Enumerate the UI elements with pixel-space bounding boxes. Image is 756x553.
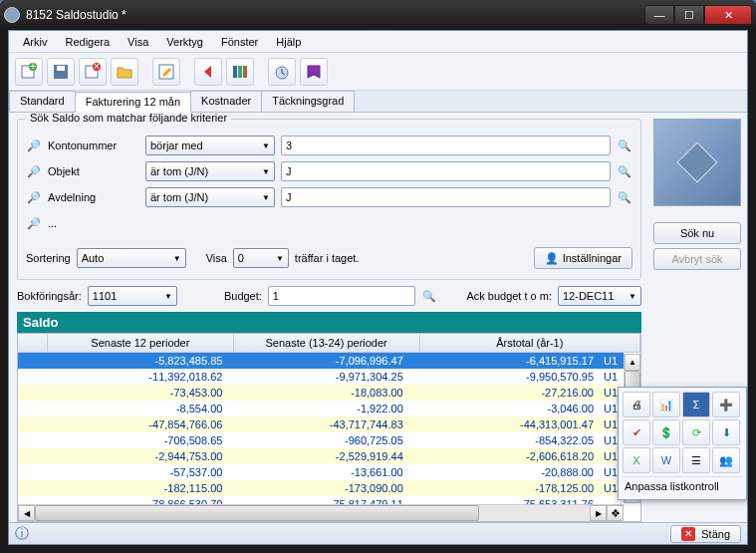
budget-input[interactable]	[268, 286, 415, 306]
tool-save-icon[interactable]	[47, 58, 75, 86]
popup-users-icon[interactable]: 👥	[712, 447, 740, 473]
table-row[interactable]: -182,115.00-173,090.00-178,125.00U1	[18, 480, 624, 496]
cell-recent1324: -13,661.00	[228, 466, 408, 478]
cell-recent12: -2,944,753.00	[48, 450, 228, 462]
table-row[interactable]: -47,854,766.06-43,717,744.83-44,313,001.…	[18, 416, 624, 432]
popup-chart-icon[interactable]: 📊	[652, 392, 680, 417]
tool-delete-icon[interactable]: ×	[79, 58, 107, 86]
svg-rect-11	[243, 66, 247, 78]
ack-combo[interactable]: 12-DEC11▼	[558, 286, 641, 306]
hscroll-thumb[interactable]	[35, 505, 479, 521]
menu-hjalp[interactable]: Hjälp	[268, 34, 309, 50]
cell-arstotal: -20,888.00U1	[409, 466, 624, 478]
popup-money-icon[interactable]: 💲	[652, 419, 680, 445]
svg-rect-10	[238, 66, 242, 78]
criteria-op-combo[interactable]: börjar med▼	[145, 136, 275, 155]
table-row[interactable]: -706,508.65-960,725.05-854,322.05U1	[18, 432, 624, 448]
popup-print-icon[interactable]: 🖨	[623, 392, 650, 417]
tab-kostnader[interactable]: Kostnader	[190, 91, 262, 112]
menu-fonster[interactable]: Fönster	[213, 34, 266, 50]
tab-fakturering[interactable]: Fakturering 12 mån	[75, 92, 191, 113]
cell-recent12: -11,392,018.62	[48, 371, 228, 383]
popup-word-icon[interactable]: W	[652, 447, 680, 473]
tool-books-icon[interactable]	[226, 58, 254, 86]
scroll-left-button[interactable]: ◀	[18, 505, 35, 521]
menu-visa[interactable]: Visa	[120, 34, 156, 50]
col-recent1324[interactable]: Senaste (13-24) perioder	[234, 334, 420, 352]
minimize-button[interactable]: —	[644, 5, 674, 25]
table-row[interactable]: -5,823,485.85-7,096,996.47-6,415,915.17U…	[18, 353, 624, 369]
criteria-icon[interactable]: 🔎	[26, 215, 42, 231]
criteria-icon[interactable]: 🔎	[26, 138, 42, 153]
cell-arstotal: -2,606,618.20U1	[409, 450, 624, 462]
grid-options-button[interactable]: ❖	[607, 505, 624, 521]
search-icon[interactable]: 🔍	[617, 163, 632, 179]
search-icon[interactable]: 🔍	[617, 138, 632, 153]
cell-recent12: -8,554.00	[48, 403, 228, 415]
table-row[interactable]: -57,537.00-13,661.00-20,888.00U1	[18, 464, 624, 480]
statusbar: ⓘ ✕ Stäng	[9, 522, 747, 544]
cell-recent12: -5,823,485.85	[48, 355, 228, 367]
popup-check-icon[interactable]: ✔	[623, 419, 650, 445]
criteria-value-input[interactable]	[281, 161, 611, 181]
sort-combo[interactable]: Auto▼	[77, 248, 186, 268]
data-grid[interactable]: Senaste 12 perioder Senaste (13-24) peri…	[17, 333, 641, 522]
search-icon[interactable]: 🔍	[617, 189, 632, 205]
menubar: Arkiv Redigera Visa Verktyg Fönster Hjäl…	[9, 31, 747, 53]
criteria-op-combo[interactable]: är tom (J/N)▼	[145, 161, 275, 181]
popup-add-icon[interactable]: ➕	[712, 392, 740, 417]
cell-recent12: -182,115.00	[48, 482, 228, 494]
popup-sum-icon[interactable]: Σ	[682, 392, 710, 417]
cell-arstotal: -27,216.00U1	[409, 387, 624, 399]
settings-button[interactable]: 👤 Inställningar	[534, 247, 632, 269]
menu-redigera[interactable]: Redigera	[57, 34, 118, 50]
close-x-icon: ✕	[681, 527, 695, 541]
tool-back-icon[interactable]	[194, 58, 222, 86]
criteria-icon[interactable]: 🔎	[26, 163, 42, 179]
popup-refresh-icon[interactable]: ⟳	[682, 419, 710, 445]
tool-new-icon[interactable]: +	[15, 58, 43, 86]
tool-folder-icon[interactable]	[111, 58, 138, 86]
popup-excel-icon[interactable]: X	[623, 447, 650, 473]
tabbar: Standard Fakturering 12 mån Kostnader Tä…	[9, 91, 747, 113]
cancel-search-button[interactable]: Avbryt sök	[653, 248, 741, 270]
main-panel: Sök Saldo som matchar följande kriterier…	[9, 113, 649, 522]
show-suffix: träffar i taget.	[295, 252, 360, 264]
popup-download-icon[interactable]: ⬇	[712, 419, 740, 445]
maximize-button[interactable]: ☐	[674, 5, 704, 25]
criteria-icon[interactable]: 🔎	[26, 189, 42, 205]
table-row[interactable]: -2,944,753.00-2,529,919.44-2,606,618.20U…	[18, 448, 624, 464]
criteria-value-input[interactable]	[281, 187, 611, 207]
tab-tackningsgrad[interactable]: Täckningsgrad	[261, 91, 355, 112]
column-headers[interactable]: Senaste 12 perioder Senaste (13-24) peri…	[18, 334, 640, 353]
year-combo[interactable]: 1101▼	[88, 286, 177, 306]
tool-book-icon[interactable]	[300, 58, 328, 86]
tool-edit-icon[interactable]	[152, 58, 180, 86]
table-row[interactable]: -11,392,018.62-9,971,304.25-9,950,570.95…	[18, 369, 624, 385]
titlebar[interactable]: 8152 Saldostudio * — ☐ ✕	[0, 0, 756, 30]
scroll-up-button[interactable]: ▲	[625, 354, 640, 371]
tab-standard[interactable]: Standard	[9, 91, 76, 112]
popup-list-icon[interactable]: ☰	[682, 447, 710, 473]
show-combo[interactable]: 0▼	[233, 248, 289, 268]
tool-timer-icon[interactable]	[268, 58, 296, 86]
criteria-op-combo[interactable]: är tom (J/N)▼	[145, 187, 275, 207]
close-button[interactable]: ✕ Stäng	[670, 525, 741, 543]
menu-arkiv[interactable]: Arkiv	[15, 34, 55, 50]
cell-recent12: -73,453.00	[48, 387, 228, 399]
col-arstotal[interactable]: Årstotal (år-1)	[420, 334, 641, 352]
search-icon[interactable]: 🔍	[421, 288, 437, 304]
criteria-value-input[interactable]	[281, 136, 611, 155]
horizontal-scrollbar[interactable]: ◀ ▶ ❖	[18, 504, 624, 521]
menu-verktyg[interactable]: Verktyg	[158, 34, 211, 50]
criteria-row: 🔎...	[26, 211, 632, 235]
search-now-button[interactable]: Sök nu	[653, 222, 741, 244]
scroll-right-button[interactable]: ▶	[590, 505, 607, 521]
table-row[interactable]: -73,453.00-18,083.00-27,216.00U1	[18, 385, 624, 401]
window-close-button[interactable]: ✕	[704, 5, 752, 25]
group-legend: Sök Saldo som matchar följande kriterier	[26, 113, 231, 124]
show-label: Visa	[206, 252, 227, 264]
gear-icon: 👤	[545, 252, 559, 265]
col-recent12[interactable]: Senaste 12 perioder	[48, 334, 234, 352]
table-row[interactable]: -8,554.00-1,922.00-3,046.00U1	[18, 401, 624, 416]
